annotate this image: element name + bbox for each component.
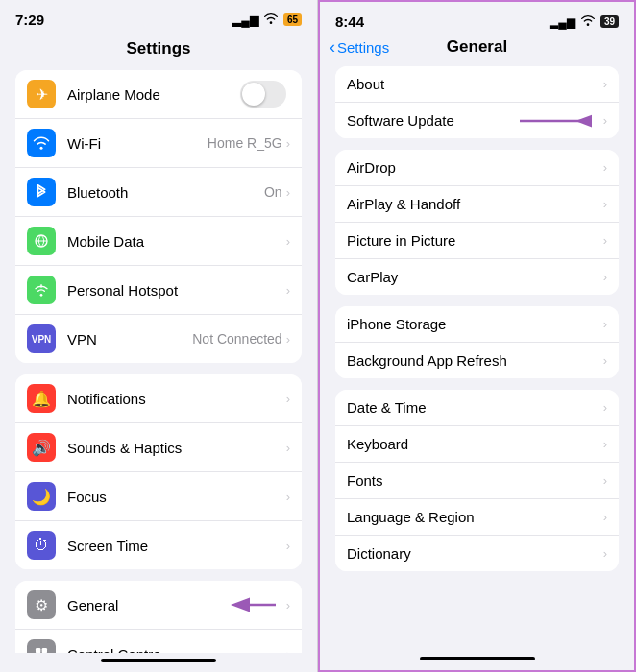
left-status-icons: ▂▄▆ 65	[232, 12, 302, 27]
background-app-chevron: ›	[603, 353, 607, 368]
right-screen-title: General	[447, 37, 507, 57]
airplane-toggle[interactable]	[240, 81, 286, 108]
general-group: ⚙ General ›	[15, 581, 302, 653]
sounds-row[interactable]: 🔊 Sounds & Haptics ›	[15, 423, 302, 472]
mobile-data-label: Mobile Data	[67, 233, 286, 250]
carplay-chevron: ›	[603, 270, 607, 284]
left-settings-list: ✈ Airplane Mode Wi-Fi Home R_5G ›	[0, 70, 317, 653]
language-region-chevron: ›	[603, 510, 607, 524]
airplane-label: Airplane Mode	[67, 86, 240, 103]
carplay-label: CarPlay	[347, 269, 603, 285]
keyboard-row[interactable]: Keyboard ›	[335, 426, 619, 463]
airplay-label: AirPlay & Handoff	[347, 196, 603, 212]
wifi-row[interactable]: Wi-Fi Home R_5G ›	[15, 119, 302, 168]
personal-hotspot-row[interactable]: Personal Hotspot ›	[15, 266, 302, 315]
vpn-label: VPN	[67, 331, 192, 348]
general-row[interactable]: ⚙ General ›	[15, 581, 302, 630]
sounds-chevron: ›	[286, 441, 290, 455]
airplane-icon: ✈	[27, 80, 56, 108]
bluetooth-row[interactable]: Bluetooth On ›	[15, 168, 302, 217]
language-region-row[interactable]: Language & Region ›	[335, 499, 619, 536]
back-label: Settings	[337, 39, 389, 56]
pip-row[interactable]: Picture in Picture ›	[335, 223, 619, 259]
bluetooth-chevron: ›	[286, 185, 290, 200]
screen-time-icon: ⏱	[27, 531, 56, 560]
notifications-icon: 🔔	[27, 384, 56, 413]
hotspot-icon	[27, 276, 56, 304]
focus-row[interactable]: 🌙 Focus ›	[15, 472, 302, 521]
airdrop-row[interactable]: AirDrop ›	[335, 150, 619, 186]
general-chevron: ›	[286, 598, 290, 612]
back-button[interactable]: ‹ Settings	[330, 37, 389, 58]
airplay-row[interactable]: AirPlay & Handoff ›	[335, 186, 619, 223]
software-update-arrow-annotation	[515, 109, 592, 132]
about-label: About	[347, 76, 603, 92]
software-update-row[interactable]: Software Update ›	[335, 103, 619, 138]
left-time: 7:29	[15, 12, 44, 28]
signal-icon: ▂▄▆	[232, 13, 258, 27]
about-software-group: About › Software Update ›	[335, 66, 619, 138]
left-panel: 7:29 ▂▄▆ 65 Settings ✈ Airplane Mode	[0, 0, 318, 672]
fonts-row[interactable]: Fonts ›	[335, 463, 619, 499]
focus-chevron: ›	[286, 490, 290, 504]
sounds-label: Sounds & Haptics	[67, 440, 286, 456]
system-group: 🔔 Notifications › 🔊 Sounds & Haptics › 🌙…	[15, 374, 302, 569]
right-battery: 39	[600, 15, 619, 28]
iphone-storage-row[interactable]: iPhone Storage ›	[335, 306, 619, 343]
back-chevron-icon: ‹	[330, 37, 335, 58]
software-update-chevron: ›	[603, 113, 607, 128]
control-centre-chevron: ›	[286, 647, 290, 654]
right-signal-icon: ▂▄▆	[550, 15, 575, 29]
notifications-label: Notifications	[67, 391, 286, 407]
vpn-row[interactable]: VPN VPN Not Connected ›	[15, 315, 302, 363]
left-home-indicator	[101, 659, 216, 662]
right-status-bar: 8:44 ▂▄▆ 39	[320, 2, 634, 34]
right-home-indicator	[420, 657, 535, 660]
about-chevron: ›	[603, 77, 607, 91]
left-status-bar: 7:29 ▂▄▆ 65	[0, 0, 317, 32]
date-time-row[interactable]: Date & Time ›	[335, 390, 619, 426]
screen-time-row[interactable]: ⏱ Screen Time ›	[15, 521, 302, 569]
right-settings-list: About › Software Update ›	[320, 66, 634, 651]
dictionary-row[interactable]: Dictionary ›	[335, 536, 619, 571]
general-arrow-annotation	[226, 593, 279, 616]
connectivity-group: ✈ Airplane Mode Wi-Fi Home R_5G ›	[15, 70, 302, 363]
fonts-label: Fonts	[347, 472, 603, 489]
left-screen-title: Settings	[0, 32, 317, 70]
mobile-data-row[interactable]: Mobile Data ›	[15, 217, 302, 266]
iphone-storage-label: iPhone Storage	[347, 316, 603, 332]
airplane-mode-row[interactable]: ✈ Airplane Mode	[15, 70, 302, 119]
datetime-group: Date & Time › Keyboard › Fonts › Languag…	[335, 390, 619, 571]
pip-chevron: ›	[603, 233, 607, 248]
right-nav-bar: ‹ Settings General	[320, 34, 634, 66]
hotspot-label: Personal Hotspot	[67, 282, 286, 299]
sounds-icon: 🔊	[27, 433, 56, 462]
control-centre-row[interactable]: Control Centre ›	[15, 630, 302, 653]
focus-label: Focus	[67, 489, 286, 505]
wifi-icon	[263, 12, 279, 27]
wifi-setting-icon	[27, 129, 56, 157]
screen-time-label: Screen Time	[67, 538, 286, 554]
keyboard-chevron: ›	[603, 437, 607, 451]
bluetooth-icon	[27, 178, 56, 206]
wifi-label: Wi-Fi	[67, 135, 208, 152]
control-centre-icon	[27, 639, 56, 653]
pip-label: Picture in Picture	[347, 232, 603, 249]
vpn-chevron: ›	[286, 332, 290, 347]
airdrop-label: AirDrop	[347, 159, 603, 176]
control-centre-label: Control Centre	[67, 646, 286, 654]
language-region-label: Language & Region	[347, 509, 603, 525]
svg-rect-3	[42, 648, 47, 653]
about-row[interactable]: About ›	[335, 66, 619, 103]
left-battery: 65	[283, 13, 302, 26]
wifi-value: Home R_5G	[208, 135, 282, 151]
notifications-row[interactable]: 🔔 Notifications ›	[15, 374, 302, 423]
dictionary-chevron: ›	[603, 546, 607, 561]
right-status-icons: ▂▄▆ 39	[550, 14, 619, 29]
screen-time-chevron: ›	[286, 539, 290, 553]
carplay-row[interactable]: CarPlay ›	[335, 259, 619, 295]
bluetooth-label: Bluetooth	[67, 184, 264, 201]
right-panel: 8:44 ▂▄▆ 39 ‹ Settings General About ›	[318, 0, 636, 672]
background-app-row[interactable]: Background App Refresh ›	[335, 343, 619, 378]
notifications-chevron: ›	[286, 392, 290, 406]
